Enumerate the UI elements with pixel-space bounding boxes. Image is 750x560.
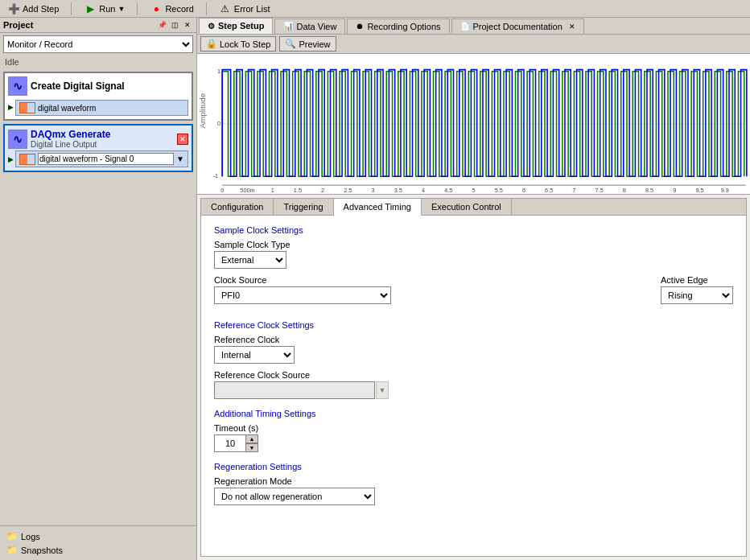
tab-execution-control[interactable]: Execution Control (422, 199, 512, 215)
svg-text:3.5: 3.5 (394, 187, 402, 194)
sub-toolbar: 🔒 Lock To Step 🔍 Preview (197, 35, 750, 54)
add-step-button[interactable]: ➕ Add Step (3, 1, 63, 17)
lock-icon: 🔒 (206, 39, 217, 49)
timeout-input[interactable] (214, 434, 246, 452)
add-step-icon: ➕ (7, 2, 20, 15)
svg-text:5: 5 (472, 187, 475, 194)
svg-text:Amplitude: Amplitude (199, 93, 208, 129)
tab-project-documentation-label: Project Documentation (473, 22, 562, 31)
sample-clock-type-select[interactable]: External Internal (214, 251, 286, 269)
tab-data-view-label: Data View (296, 22, 336, 31)
timeout-group: Timeout (s) ▲ ▼ (214, 423, 733, 452)
snapshots-icon: 📁 (6, 545, 18, 555)
daqmx-subtitle: Digital Line Output (31, 140, 174, 149)
daqmx-title-group: DAQmx Generate Digital Line Output (31, 129, 174, 149)
svg-text:1.5: 1.5 (294, 187, 302, 194)
monitor-select[interactable]: Monitor / Record (3, 35, 193, 53)
svg-text:9.9: 9.9 (721, 187, 729, 194)
svg-text:5.5: 5.5 (495, 187, 503, 194)
timeout-label: Timeout (s) (214, 423, 733, 433)
signal-dropdown[interactable]: digital waveform - Signal 0 (38, 153, 174, 165)
clock-source-label: Clock Source (214, 275, 651, 285)
left-panel-bottom: 📁 Logs 📁 Snapshots (0, 525, 196, 560)
error-list-button[interactable]: ⚠ Error List (215, 1, 274, 17)
main-layout: Project 📌 ◫ ✕ Monitor / Record Idle ∿ Cr… (0, 18, 750, 560)
reference-clock-source-field: ▼ (214, 381, 733, 399)
tab-recording-options[interactable]: ⏺ Recording Options (347, 19, 449, 34)
play-button-1[interactable]: ▶ (8, 103, 14, 111)
step-container: ∿ Create Digital Signal ▶ digital wavefo… (0, 68, 196, 525)
svg-text:9: 9 (673, 187, 676, 194)
run-button[interactable]: ▶ Run ▼ (80, 1, 129, 17)
step-close-button[interactable]: ✕ (177, 134, 188, 145)
tab-step-setup[interactable]: ⚙ Step Setup (199, 18, 273, 34)
step-play-row: ▶ digital waveform (8, 97, 188, 116)
clock-source-group: Clock Source PFI0 PFI1 PFI2 (214, 275, 651, 304)
timeout-spinner-btns: ▲ ▼ (245, 434, 258, 452)
left-panel-header: Project 📌 ◫ ✕ (0, 18, 196, 33)
reference-clock-select[interactable]: Internal External (214, 346, 295, 364)
waveform-area: Amplitude 0 500m 1 1.5 2 2.5 3 3.5 4 4.5… (197, 54, 750, 195)
active-edge-field: Rising Falling (661, 286, 733, 304)
waveform-icon-1 (19, 102, 35, 113)
error-list-icon: ⚠ (219, 2, 232, 15)
reference-clock-source-input (214, 381, 375, 399)
preview-button[interactable]: 🔍 Preview (279, 36, 336, 51)
step-header-daqmx: ∿ DAQmx Generate Digital Line Output ✕ (8, 129, 188, 149)
tab-configuration-label: Configuration (211, 202, 263, 212)
svg-text:6.5: 6.5 (545, 187, 553, 194)
signal-dropdown-arrow[interactable]: ▼ (176, 154, 184, 163)
step-setup-icon: ⚙ (208, 22, 215, 31)
timeout-increment-button[interactable]: ▲ (245, 434, 258, 443)
daqmx-title: DAQmx Generate (31, 129, 174, 140)
tab-recording-options-label: Recording Options (367, 22, 440, 31)
clock-source-select[interactable]: PFI0 PFI1 PFI2 (214, 286, 391, 304)
step-setup-panel: Configuration Triggering Advanced Timing… (200, 198, 747, 557)
svg-text:1: 1 (271, 187, 274, 194)
tab-configuration[interactable]: Configuration (201, 199, 274, 215)
ref-clock-source-arrow[interactable]: ▼ (376, 381, 389, 399)
tab-bar: ⚙ Step Setup 📊 Data View ⏺ Recording Opt… (197, 18, 750, 35)
create-digital-icon: ∿ (8, 76, 27, 96)
run-dropdown-arrow: ▼ (117, 5, 125, 13)
pin-icon[interactable]: 📌 (156, 19, 167, 31)
clock-source-field: PFI0 PFI1 PFI2 (214, 286, 651, 304)
timeout-decrement-button[interactable]: ▼ (245, 443, 258, 452)
active-edge-select[interactable]: Rising Falling (661, 286, 733, 304)
step-header-create-digital: ∿ Create Digital Signal (8, 76, 188, 96)
monitor-dropdown-container: Monitor / Record (3, 35, 193, 53)
float-icon[interactable]: ◫ (169, 19, 180, 31)
step-item-daqmx[interactable]: ∿ DAQmx Generate Digital Line Output ✕ ▶… (3, 124, 193, 172)
record-button[interactable]: ● Record (146, 1, 197, 17)
regeneration-mode-group: Regeneration Mode Do not allow regenerat… (214, 476, 733, 505)
play-button-2[interactable]: ▶ (8, 155, 14, 163)
svg-text:500m: 500m (240, 187, 254, 194)
svg-text:7: 7 (572, 187, 575, 194)
step-tabs: Configuration Triggering Advanced Timing… (201, 199, 746, 216)
tab-triggering[interactable]: Triggering (274, 199, 333, 215)
svg-text:7.5: 7.5 (595, 187, 604, 194)
close-panel-icon[interactable]: ✕ (182, 19, 193, 31)
waveform-icon-2 (19, 154, 35, 165)
logs-label: Logs (21, 532, 40, 541)
tab-triggering-label: Triggering (283, 202, 323, 212)
content-area: Sample Clock Settings Sample Clock Type … (201, 216, 746, 556)
left-panel: Project 📌 ◫ ✕ Monitor / Record Idle ∿ Cr… (0, 18, 197, 560)
snapshots-item[interactable]: 📁 Snapshots (3, 543, 193, 557)
regeneration-mode-select[interactable]: Do not allow regeneration Allow regenera… (214, 488, 375, 505)
digital-waveform-label: digital waveform (38, 104, 96, 113)
step-item-create-digital: ∿ Create Digital Signal ▶ digital wavefo… (3, 72, 193, 121)
sample-clock-type-label: Sample Clock Type (214, 240, 733, 249)
tab-close-icon[interactable]: ✕ (569, 23, 575, 31)
tab-project-documentation[interactable]: 📄 Project Documentation ✕ (451, 19, 584, 34)
active-edge-group: Active Edge Rising Falling (661, 275, 733, 304)
regeneration-section-title: Regeneration Settings (214, 462, 733, 471)
tab-advanced-timing[interactable]: Advanced Timing (334, 199, 422, 216)
svg-text:3: 3 (372, 187, 375, 194)
logs-item[interactable]: 📁 Logs (3, 529, 193, 543)
toolbar-separator-3 (206, 2, 207, 15)
lock-to-step-button[interactable]: 🔒 Lock To Step (200, 36, 276, 51)
regeneration-mode-field: Do not allow regeneration Allow regenera… (214, 488, 733, 505)
tab-data-view[interactable]: 📊 Data View (274, 19, 345, 34)
project-doc-icon: 📄 (460, 22, 470, 31)
